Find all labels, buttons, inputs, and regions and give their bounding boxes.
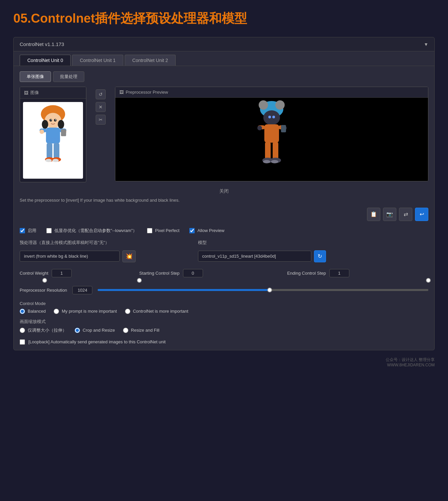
preprocessor-select-wrapper: invert (from white bg & black line) none… xyxy=(20,250,193,262)
close-icon[interactable]: ✕ xyxy=(96,102,106,112)
resize-stretch-radio[interactable] xyxy=(20,328,25,333)
panel-header: ControlNet v1.1.173 ▼ xyxy=(14,37,434,51)
panel-version: ControlNet v1.1.173 xyxy=(20,41,64,47)
scissors-icon[interactable]: ✂ xyxy=(96,115,106,125)
svg-point-39 xyxy=(268,116,271,118)
controlnet-more-radio[interactable] xyxy=(125,309,130,314)
preprocessor-res-thumb[interactable] xyxy=(267,288,272,292)
control-weight-thumb[interactable] xyxy=(42,278,47,283)
svg-point-3 xyxy=(42,120,48,129)
ending-step-header: Ending Control Step xyxy=(287,269,428,277)
enable-input[interactable] xyxy=(20,228,25,233)
crop-resize-option[interactable]: Crop and Resize xyxy=(75,327,115,333)
ending-step-value[interactable] xyxy=(329,269,349,277)
svg-point-26 xyxy=(263,110,280,125)
preprocessor-res-label: Preprocessor Resolution xyxy=(20,288,67,293)
preprocessor-res-row: Preprocessor Resolution xyxy=(20,286,428,294)
loopback-checkbox[interactable] xyxy=(20,339,25,345)
close-link[interactable]: 关闭 xyxy=(20,186,428,197)
scale-mode-section: 画面缩放模式 仅调整大小（拉伸） Crop and Resize Resize … xyxy=(20,319,428,333)
svg-point-24 xyxy=(259,100,268,110)
resize-stretch-option[interactable]: 仅调整大小（拉伸） xyxy=(20,327,67,333)
scale-mode-label: 画面缩放模式 xyxy=(20,319,428,325)
tab-unit-1[interactable]: ControlNet Unit 1 xyxy=(72,55,123,66)
control-mode-section: Control Mode Balanced My prompt is more … xyxy=(20,301,428,314)
svg-point-37 xyxy=(263,160,270,163)
allow-preview-checkbox[interactable]: Allow Preview xyxy=(189,228,224,233)
allow-preview-input[interactable] xyxy=(189,228,195,233)
svg-point-16 xyxy=(52,159,59,162)
explosion-button[interactable]: 💥 xyxy=(122,250,136,262)
main-tabs: ControlNet Unit 0 ControlNet Unit 1 Cont… xyxy=(14,51,434,66)
preprocessor-res-value[interactable] xyxy=(72,286,92,294)
copy-image-button[interactable]: 📋 xyxy=(367,208,380,221)
sub-tab-single[interactable]: 单张图像 xyxy=(20,71,51,82)
svg-rect-27 xyxy=(264,124,279,143)
sub-tab-batch[interactable]: 批量处理 xyxy=(53,71,84,82)
preprocessor-res-track[interactable] xyxy=(98,289,428,291)
model-label: 模型 xyxy=(198,240,428,246)
svg-point-20 xyxy=(55,119,56,120)
send-button[interactable]: ↩ xyxy=(415,208,428,221)
ending-step-thumb[interactable] xyxy=(426,278,431,283)
model-group: 模型 control_v11p_sd15_lineart [43d4be0d] … xyxy=(198,240,428,262)
control-mode-label: Control Mode xyxy=(20,301,428,306)
my-prompt-option[interactable]: My prompt is more important xyxy=(54,309,117,314)
starting-step-thumb[interactable] xyxy=(137,278,142,283)
swap-button[interactable]: ⇄ xyxy=(399,208,412,221)
svg-rect-11 xyxy=(47,143,52,159)
svg-point-38 xyxy=(271,160,278,163)
crop-resize-radio[interactable] xyxy=(75,328,80,333)
model-select-wrapper: control_v11p_sd15_lineart [43d4be0d] con… xyxy=(198,250,428,262)
enable-checkbox[interactable]: 启用 xyxy=(20,228,36,234)
preview-icon: 🖼 xyxy=(119,90,124,95)
model-select[interactable]: control_v11p_sd15_lineart [43d4be0d] con… xyxy=(198,251,311,262)
image-upload-box[interactable]: 🖼 图像 xyxy=(20,87,86,182)
balanced-option[interactable]: Balanced xyxy=(20,309,46,314)
starting-step-label: Starting Control Step xyxy=(139,271,180,276)
collapse-icon[interactable]: ▼ xyxy=(424,42,428,47)
my-prompt-radio[interactable] xyxy=(54,309,59,314)
svg-point-8 xyxy=(40,129,44,134)
camera-button[interactable]: 📷 xyxy=(383,208,396,221)
watermark: 公众号：设计达人 整理分享 WWW.8HEJIDAREN.COM xyxy=(13,357,435,367)
preprocessor-select[interactable]: invert (from white bg & black line) none… xyxy=(20,251,120,262)
preprocessor-label: 预处理器（直接上传模式图或草稿时可选"无"） xyxy=(20,240,193,246)
preprocessor-group: 预处理器（直接上传模式图或草稿时可选"无"） invert (from whit… xyxy=(20,240,193,262)
page-title: 05.Controlnet插件选择预设处理器和模型 xyxy=(13,10,435,27)
preprocessor-preview-box: 🖼 Preprocessor Preview xyxy=(115,87,428,181)
low-vram-checkbox[interactable]: 低显存优化（需配合启动参数"--lowvram"） xyxy=(46,228,137,234)
control-weight-value[interactable] xyxy=(52,269,72,277)
rotate-icon[interactable]: ↺ xyxy=(96,89,106,99)
action-buttons-row: 📋 📷 ⇄ ↩ xyxy=(20,208,428,221)
svg-point-15 xyxy=(45,159,52,162)
preview-image-area xyxy=(115,98,428,181)
preprocessor-res-fill xyxy=(98,289,270,291)
control-weight-header: Control Weight xyxy=(20,269,133,277)
resize-fill-radio[interactable] xyxy=(123,328,128,333)
tab-unit-2[interactable]: ControlNet Unit 2 xyxy=(125,55,176,66)
starting-step-value[interactable] xyxy=(183,269,203,277)
controlnet-more-option[interactable]: ControlNet is more important xyxy=(125,309,188,314)
control-weight-block: Control Weight xyxy=(20,269,133,279)
low-vram-input[interactable] xyxy=(46,228,52,233)
uploaded-image: 开启复制 xyxy=(23,102,83,179)
hint-text: Set the preprocessor to [invert] If your… xyxy=(20,197,428,204)
svg-rect-10 xyxy=(61,129,66,136)
svg-rect-34 xyxy=(273,142,278,159)
balanced-radio[interactable] xyxy=(20,309,25,314)
dropdowns-row: 预处理器（直接上传模式图或草稿时可选"无"） invert (from whit… xyxy=(20,240,428,262)
pixel-perfect-checkbox[interactable]: Pixel Perfect xyxy=(147,228,179,233)
svg-text:开启复制: 开启复制 xyxy=(46,137,60,141)
pixel-perfect-input[interactable] xyxy=(147,228,152,233)
tab-unit-0[interactable]: ControlNet Unit 0 xyxy=(20,55,71,66)
sliders-section: Control Weight Starting Control Step xyxy=(20,269,428,279)
ending-step-label: Ending Control Step xyxy=(287,271,326,276)
image-upload-label: 🖼 图像 xyxy=(20,87,86,99)
resize-fill-option[interactable]: Resize and Fill xyxy=(123,327,159,333)
svg-rect-12 xyxy=(54,143,59,159)
sub-tabs: 单张图像 批量处理 xyxy=(20,71,428,82)
starting-step-header: Starting Control Step xyxy=(139,269,281,277)
svg-rect-5 xyxy=(46,128,60,144)
refresh-button[interactable]: ↻ xyxy=(314,250,326,262)
